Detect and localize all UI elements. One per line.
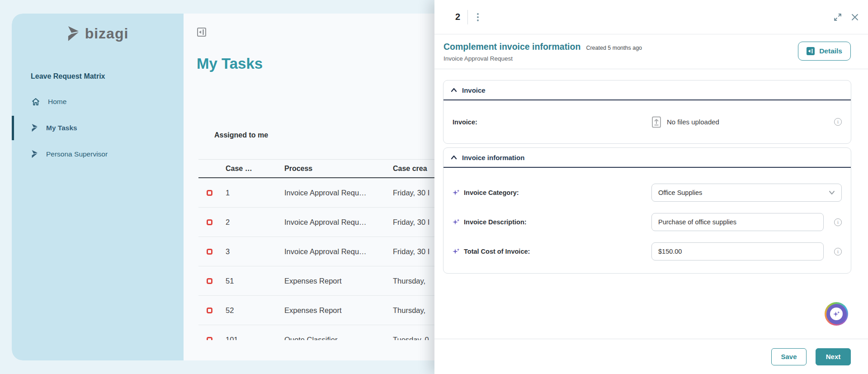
upload-status-text: No files uploaded	[667, 118, 719, 126]
cell-case: 3	[226, 247, 284, 256]
sidebar: bizagi Leave Request Matrix Home My Task…	[12, 14, 184, 360]
sidebar-item-label: Home	[48, 98, 66, 106]
case-status-icon	[207, 337, 212, 341]
ai-assistant-button[interactable]	[825, 302, 848, 326]
home-icon	[31, 97, 40, 106]
chevron-up-icon	[451, 88, 457, 92]
details-button[interactable]: Details	[798, 42, 851, 61]
invoice-category-select[interactable]: Office Supplies	[651, 184, 842, 202]
info-icon[interactable]: i	[834, 218, 842, 226]
cell-case: 51	[226, 277, 284, 285]
case-status-icon	[207, 249, 212, 255]
field-total-cost: Total Cost of Invoice: i	[453, 242, 842, 260]
chevron-down-icon	[829, 190, 835, 195]
bizagi-logo-text: bizagi	[85, 25, 129, 42]
next-button[interactable]: Next	[816, 348, 851, 365]
section-title: Invoice	[462, 86, 486, 94]
task-created-timestamp: Created 5 months ago	[586, 45, 642, 51]
field-invoice-category: Invoice Category: Office Supplies	[453, 184, 842, 202]
upload-file-icon	[651, 116, 661, 128]
invoice-information-section-header[interactable]: Invoice information	[443, 148, 851, 168]
invoice-section-header[interactable]: Invoice	[443, 80, 851, 100]
cell-process: Expenses Report	[284, 277, 393, 285]
bizagi-logo: bizagi	[12, 25, 184, 42]
field-label: Invoice Category:	[464, 189, 519, 196]
selected-value: Office Supplies	[658, 189, 702, 196]
close-icon[interactable]	[850, 12, 860, 22]
ai-sparkle-icon	[453, 189, 460, 196]
details-button-label: Details	[819, 47, 842, 55]
column-header-case[interactable]: Case …	[226, 165, 284, 173]
cell-case: 101	[226, 336, 284, 341]
case-status-icon	[207, 278, 212, 284]
sidebar-item-label: My Tasks	[46, 124, 77, 132]
chevron-up-icon	[451, 155, 457, 160]
bizagi-glyph-icon	[31, 150, 38, 158]
case-status-icon	[207, 308, 212, 313]
expand-panel-icon[interactable]	[833, 12, 843, 22]
total-cost-input[interactable]	[651, 242, 824, 260]
collapse-sidebar-icon[interactable]	[197, 27, 207, 37]
panel-header: 2	[434, 0, 868, 34]
cell-process: Invoice Approval Requ…	[284, 247, 393, 256]
file-upload-control[interactable]: No files uploaded	[651, 116, 824, 128]
workspace-title: Leave Request Matrix	[31, 72, 105, 80]
cell-process: Invoice Approval Requ…	[284, 218, 393, 227]
cell-process: Invoice Approval Requ…	[284, 189, 393, 197]
sidebar-item-my-tasks[interactable]: My Tasks	[12, 115, 184, 141]
field-invoice-description: Invoice Description: i	[453, 213, 842, 231]
case-status-icon	[207, 190, 212, 196]
column-header-process[interactable]: Process	[284, 165, 393, 173]
invoice-description-input[interactable]	[651, 213, 824, 231]
sidebar-item-home[interactable]: Home	[12, 89, 184, 115]
page-title: My Tasks	[197, 55, 263, 72]
invoice-information-section: Invoice information Invoice Category: Of…	[443, 147, 851, 274]
cell-case: 1	[226, 189, 284, 197]
save-button[interactable]: Save	[771, 348, 807, 365]
sidebar-item-persona-supervisor[interactable]: Persona Supervisor	[12, 141, 184, 167]
task-process-name: Invoice Approval Request	[443, 55, 642, 62]
field-label: Total Cost of Invoice:	[464, 248, 530, 255]
kebab-menu-icon[interactable]	[475, 11, 481, 23]
panel-footer: Save Next	[434, 339, 868, 374]
sidebar-nav: Home My Tasks Persona Supervisor	[12, 89, 184, 167]
section-title: Invoice information	[462, 154, 524, 161]
ai-sparkle-icon	[453, 248, 460, 255]
tab-assigned-to-me[interactable]: Assigned to me	[214, 131, 268, 139]
sidebar-item-label: Persona Supervisor	[46, 150, 108, 158]
invoice-field-label: Invoice:	[453, 118, 651, 126]
cell-case: 52	[226, 306, 284, 315]
ai-sparkle-icon	[833, 311, 840, 317]
cell-case: 2	[226, 218, 284, 227]
info-icon[interactable]: i	[834, 118, 842, 126]
bizagi-glyph-icon	[31, 124, 38, 132]
bizagi-logo-icon	[67, 26, 80, 42]
ai-sparkle-icon	[453, 218, 460, 226]
details-panel-icon	[807, 47, 815, 55]
invoice-section: Invoice Invoice: No files uploaded i	[443, 80, 851, 144]
field-label: Invoice Description:	[464, 218, 527, 226]
case-status-icon	[207, 219, 212, 225]
title-divider	[434, 69, 868, 69]
cell-process: Quote Classifier	[284, 336, 393, 341]
header-divider	[467, 10, 468, 24]
panel-case-number: 2	[455, 12, 460, 22]
task-detail-panel: 2 Complement invoice information Created…	[434, 0, 868, 374]
panel-title-row: Complement invoice information Created 5…	[434, 34, 868, 62]
task-title: Complement invoice information	[443, 42, 580, 52]
cell-process: Expenses Report	[284, 306, 393, 315]
info-icon[interactable]: i	[834, 248, 842, 256]
